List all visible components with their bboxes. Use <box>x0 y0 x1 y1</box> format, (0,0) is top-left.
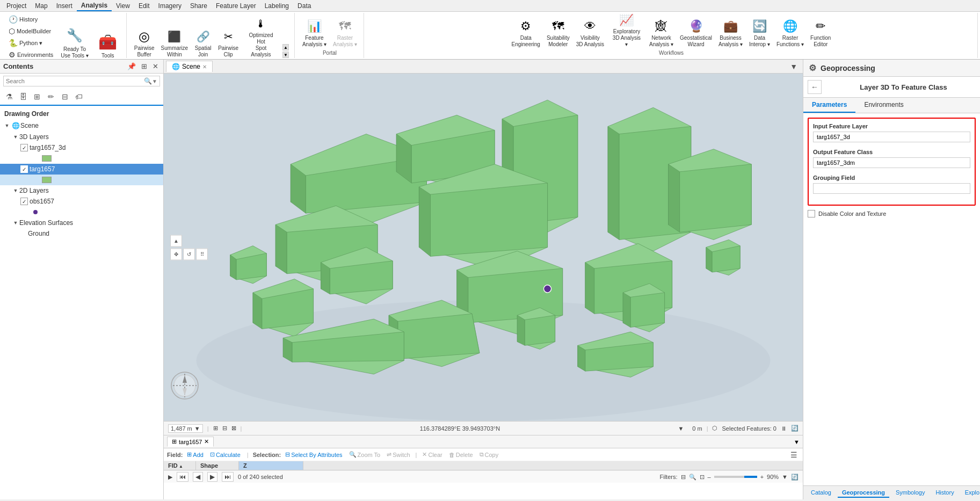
switch-button[interactable]: ⇌ Switch <box>384 451 412 459</box>
filter-icon2[interactable]: 🔍 <box>689 474 696 481</box>
spatial-join-button[interactable]: 🔗 SpatialJoin <box>192 27 214 59</box>
nav-dots-button[interactable]: ⠿ <box>196 248 208 260</box>
menu-feature-layer[interactable]: Feature Layer <box>212 1 260 11</box>
contents-pin-button[interactable]: 📌 <box>126 62 137 71</box>
z-column-header[interactable]: Z <box>239 461 303 470</box>
exploratory-3d-analysis-button[interactable]: 📈 Exploratory3D Analysis ▾ <box>608 14 645 49</box>
raster-functions-button[interactable]: 🌐 RasterFunctions ▾ <box>774 17 806 49</box>
contents-search-input[interactable] <box>6 78 144 84</box>
python-button[interactable]: 🐍 Python ▾ <box>6 38 55 48</box>
targ1657-3d-checkbox[interactable]: ✓ <box>20 144 28 151</box>
menu-project[interactable]: Project <box>2 1 31 11</box>
footer-nav-prev[interactable]: ◀ <box>193 472 203 482</box>
targ1657-checkbox[interactable]: ✓ <box>20 165 28 173</box>
copy-button[interactable]: ⧉ Copy <box>477 451 501 459</box>
geo-tab-environments[interactable]: Environments <box>855 98 912 113</box>
shape-column-header[interactable]: Shape <box>196 461 239 470</box>
disable-color-checkbox[interactable] <box>808 210 815 217</box>
tree-item-elevation-surfaces[interactable]: ▼ Elevation Surfaces <box>0 217 163 228</box>
contents-close-button[interactable]: ✕ <box>151 62 160 71</box>
refresh-attr-button[interactable]: 🔄 <box>791 474 798 481</box>
map-tools-icon3[interactable]: ⊠ <box>231 425 236 432</box>
grouping-field-input[interactable] <box>813 183 970 194</box>
scene-tab-close[interactable]: ✕ <box>202 64 207 70</box>
scroll-down-arrow[interactable]: ▼ <box>282 52 289 58</box>
network-analysis-button[interactable]: 🕸 NetworkAnalysis ▾ <box>647 17 676 49</box>
zoom-to-button[interactable]: 🔍 Zoom To <box>347 451 383 459</box>
nav-up-button[interactable]: ▲ <box>170 235 182 246</box>
business-analysis-button[interactable]: 💼 BusinessAnalysis ▾ <box>716 17 745 49</box>
menu-insert[interactable]: Insert <box>52 1 77 11</box>
fid-column-header[interactable]: FID <box>164 461 196 470</box>
suitability-modeler-button[interactable]: 🗺 SuitabilityModeler <box>545 17 572 49</box>
cylinder-icon[interactable]: 🗄 <box>17 91 29 103</box>
output-feature-class-input[interactable] <box>813 157 970 168</box>
search-icon[interactable]: 🔍 <box>144 77 152 85</box>
menu-labeling[interactable]: Labeling <box>260 1 293 11</box>
tree-item-2d-layers[interactable]: ▼ 2D Layers <box>0 185 163 196</box>
bottom-tab-history[interactable]: History <box>931 488 958 498</box>
optimized-hot-spot-button[interactable]: 🌡 Optimized HotSpot Analysis <box>243 14 279 59</box>
scene-expand-icon[interactable]: ▼ <box>3 122 11 129</box>
history-button[interactable]: 🕐 History <box>6 14 55 25</box>
clear-button[interactable]: ✕ Clear <box>420 451 444 459</box>
tools-button[interactable]: 🧰 Tools <box>94 30 122 60</box>
coord-dropdown-arrow[interactable]: ▼ <box>678 425 684 432</box>
nav-pan-button[interactable]: ✥ <box>170 248 182 260</box>
pencil-icon[interactable]: ✏ <box>45 91 57 103</box>
bottom-tab-explore[interactable]: Explor... <box>961 488 980 498</box>
attr-table-tab[interactable]: ⊞ targ1657 ✕ <box>167 437 214 447</box>
feature-analysis-button[interactable]: 📊 FeatureAnalysis ▾ <box>300 17 329 49</box>
table-icon[interactable]: ⊞ <box>31 91 43 103</box>
menu-imagery[interactable]: Imagery <box>154 1 186 11</box>
environments-button[interactable]: ⚙ Environments <box>6 49 55 60</box>
geo-tab-parameters[interactable]: Parameters <box>803 98 855 113</box>
footer-nav-first[interactable]: ⏮ <box>177 472 188 482</box>
attr-table-collapse[interactable]: ▼ <box>794 439 800 445</box>
zoom-dropdown-arrow[interactable]: ▼ <box>782 474 788 480</box>
geostatistical-wizard-button[interactable]: 🔮 GeostatisticalWizard <box>678 17 714 49</box>
tree-item-targ1657-3d[interactable]: ✓ targ1657_3d <box>0 142 163 153</box>
menu-share[interactable]: Share <box>186 1 212 11</box>
2d-layers-expand-icon[interactable]: ▼ <box>12 187 19 194</box>
select-by-attributes-button[interactable]: ⊟ Select By Attributes <box>283 451 344 459</box>
pairwise-buffer-button[interactable]: ◎ PairwiseBuffer <box>132 27 157 59</box>
footer-nav-last[interactable]: ⏭ <box>222 472 234 482</box>
elev-surfaces-expand-icon[interactable]: ▼ <box>12 219 19 227</box>
tree-item-ground[interactable]: ▶ Ground <box>0 228 163 239</box>
pause-button[interactable]: ⏸ <box>781 425 787 432</box>
summarize-within-button[interactable]: ⬛ SummarizeWithin <box>159 27 191 59</box>
scene-viewport[interactable]: ▲ ✥ ↺ ⠿ <box>164 74 803 421</box>
scene-collapse-button[interactable]: ▼ <box>787 61 801 72</box>
delete-button[interactable]: 🗑 Delete <box>447 451 475 459</box>
refresh-button[interactable]: 🔄 <box>791 425 798 432</box>
filter-icon[interactable]: ⚗ <box>3 91 15 103</box>
tree-item-obs1657[interactable]: ✓ obs1657 <box>0 196 163 207</box>
data-interop-button[interactable]: 🔄 DataInterop ▾ <box>747 17 772 49</box>
bottom-tab-geoprocessing[interactable]: Geoprocessing <box>838 488 889 498</box>
scale-dropdown[interactable]: 1,487 m ▼ <box>168 424 203 433</box>
menu-map[interactable]: Map <box>31 1 52 11</box>
raster-analysis-button[interactable]: 🗺 RasterAnalysis ▾ <box>331 17 359 49</box>
grid-icon[interactable]: ⊟ <box>59 91 71 103</box>
filter-icon1[interactable]: ⊟ <box>681 474 686 481</box>
search-dropdown-icon[interactable]: ▼ <box>152 78 157 84</box>
attr-menu-button[interactable]: ☰ <box>788 450 800 460</box>
tag-icon[interactable]: 🏷 <box>73 91 85 103</box>
calculate-button[interactable]: ⊡ Calculate <box>208 451 243 459</box>
contents-undock-button[interactable]: ⊞ <box>140 62 149 71</box>
nav-rotate-button[interactable]: ↺ <box>183 248 195 260</box>
ready-to-use-tools-button[interactable]: 🔧 Ready ToUse Tools ▾ <box>57 24 92 60</box>
compass[interactable] <box>170 371 200 402</box>
menu-analysis[interactable]: Analysis <box>77 1 112 11</box>
footer-nav-next[interactable]: ▶ <box>207 472 217 482</box>
model-builder-button[interactable]: ⬡ ModelBuilder <box>6 26 55 37</box>
input-feature-layer-input[interactable] <box>813 132 970 142</box>
geo-back-button[interactable]: ← <box>808 80 822 94</box>
scroll-up-arrow[interactable]: ▲ <box>282 44 289 50</box>
visibility-3d-analysis-button[interactable]: 👁 Visibility3D Analysis <box>574 17 606 49</box>
bottom-tab-symbology[interactable]: Symbology <box>891 488 929 498</box>
add-field-button[interactable]: ⊞ Add <box>185 451 206 459</box>
scene-tab[interactable]: 🌐 Scene ✕ <box>166 61 213 72</box>
menu-data[interactable]: Data <box>293 1 315 11</box>
